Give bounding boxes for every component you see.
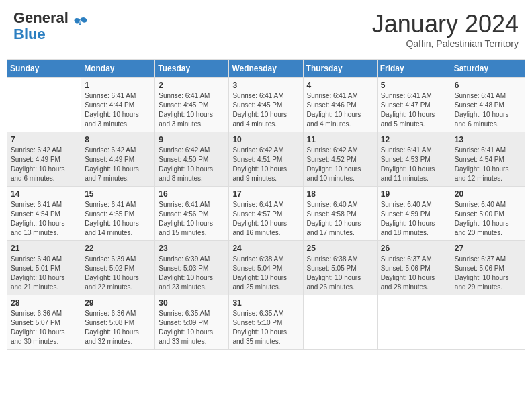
calendar-cell: 22Sunrise: 6:39 AMSunset: 5:02 PMDayligh… <box>81 241 155 295</box>
day-info: Sunrise: 6:41 AMSunset: 4:54 PMDaylight:… <box>11 200 77 238</box>
header-row: SundayMondayTuesdayWednesdayThursdayFrid… <box>7 60 525 78</box>
week-row-1: 1Sunrise: 6:41 AMSunset: 4:44 PMDaylight… <box>7 78 525 132</box>
day-number: 12 <box>381 135 447 144</box>
column-header-saturday: Saturday <box>451 60 525 78</box>
calendar-cell <box>377 295 451 350</box>
calendar-cell: 11Sunrise: 6:42 AMSunset: 4:52 PMDayligh… <box>303 132 377 187</box>
day-number: 20 <box>455 189 521 199</box>
calendar-cell: 1Sunrise: 6:41 AMSunset: 4:44 PMDaylight… <box>81 78 155 132</box>
day-info: Sunrise: 6:42 AMSunset: 4:52 PMDaylight:… <box>307 146 373 183</box>
day-info: Sunrise: 6:39 AMSunset: 5:03 PMDaylight:… <box>159 255 225 292</box>
calendar-cell: 25Sunrise: 6:38 AMSunset: 5:05 PMDayligh… <box>303 241 377 295</box>
column-header-monday: Monday <box>81 60 155 78</box>
calendar-cell: 23Sunrise: 6:39 AMSunset: 5:03 PMDayligh… <box>155 241 229 295</box>
calendar-cell: 13Sunrise: 6:41 AMSunset: 4:54 PMDayligh… <box>451 132 525 187</box>
calendar-cell: 30Sunrise: 6:35 AMSunset: 5:09 PMDayligh… <box>155 295 229 350</box>
header: General Blue January 2024 Qaffin, Palest… <box>7 7 525 52</box>
calendar-cell: 5Sunrise: 6:41 AMSunset: 4:47 PMDaylight… <box>377 78 451 132</box>
day-info: Sunrise: 6:40 AMSunset: 5:00 PMDaylight:… <box>455 200 521 238</box>
day-info: Sunrise: 6:35 AMSunset: 5:09 PMDaylight:… <box>159 309 225 347</box>
day-number: 15 <box>85 189 151 199</box>
day-info: Sunrise: 6:40 AMSunset: 4:58 PMDaylight:… <box>307 200 373 238</box>
calendar-cell: 26Sunrise: 6:37 AMSunset: 5:06 PMDayligh… <box>377 241 451 295</box>
week-row-3: 14Sunrise: 6:41 AMSunset: 4:54 PMDayligh… <box>7 187 525 241</box>
day-info: Sunrise: 6:42 AMSunset: 4:50 PMDaylight:… <box>159 146 225 183</box>
day-number: 22 <box>85 244 151 253</box>
day-number: 24 <box>232 244 299 253</box>
day-info: Sunrise: 6:40 AMSunset: 5:01 PMDaylight:… <box>11 255 77 292</box>
day-number: 26 <box>381 244 447 253</box>
day-info: Sunrise: 6:38 AMSunset: 5:04 PMDaylight:… <box>232 255 299 292</box>
calendar-cell <box>451 295 525 350</box>
day-info: Sunrise: 6:42 AMSunset: 4:49 PMDaylight:… <box>85 146 151 183</box>
logo: General Blue <box>13 10 89 42</box>
day-number: 31 <box>232 298 299 308</box>
column-header-sunday: Sunday <box>7 60 81 78</box>
month-title: January 2024 <box>372 10 519 38</box>
calendar-table: SundayMondayTuesdayWednesdayThursdayFrid… <box>7 59 525 350</box>
day-number: 23 <box>159 244 225 253</box>
day-info: Sunrise: 6:41 AMSunset: 4:44 PMDaylight:… <box>85 91 151 129</box>
day-number: 3 <box>232 81 299 90</box>
column-header-wednesday: Wednesday <box>229 60 303 78</box>
day-info: Sunrise: 6:41 AMSunset: 4:46 PMDaylight:… <box>307 91 373 129</box>
day-info: Sunrise: 6:37 AMSunset: 5:06 PMDaylight:… <box>381 255 447 292</box>
calendar-body: 1Sunrise: 6:41 AMSunset: 4:44 PMDaylight… <box>7 78 525 350</box>
day-number: 30 <box>159 298 225 308</box>
column-header-friday: Friday <box>377 60 451 78</box>
day-number: 28 <box>11 298 77 308</box>
week-row-2: 7Sunrise: 6:42 AMSunset: 4:49 PMDaylight… <box>7 132 525 187</box>
subtitle: Qaffin, Palestinian Territory <box>372 38 519 49</box>
calendar-cell: 4Sunrise: 6:41 AMSunset: 4:46 PMDaylight… <box>303 78 377 132</box>
calendar-cell: 12Sunrise: 6:41 AMSunset: 4:53 PMDayligh… <box>377 132 451 187</box>
calendar-cell: 14Sunrise: 6:41 AMSunset: 4:54 PMDayligh… <box>7 187 81 241</box>
day-number: 1 <box>85 81 151 90</box>
logo-bird-icon <box>71 15 89 34</box>
calendar-cell: 20Sunrise: 6:40 AMSunset: 5:00 PMDayligh… <box>451 187 525 241</box>
day-info: Sunrise: 6:35 AMSunset: 5:10 PMDaylight:… <box>232 309 299 347</box>
day-info: Sunrise: 6:36 AMSunset: 5:07 PMDaylight:… <box>11 309 77 347</box>
day-number: 16 <box>159 189 225 199</box>
week-row-4: 21Sunrise: 6:40 AMSunset: 5:01 PMDayligh… <box>7 241 525 295</box>
calendar-cell: 15Sunrise: 6:41 AMSunset: 4:55 PMDayligh… <box>81 187 155 241</box>
day-number: 27 <box>455 244 521 253</box>
day-info: Sunrise: 6:41 AMSunset: 4:47 PMDaylight:… <box>381 91 447 129</box>
day-number: 14 <box>11 189 77 199</box>
day-number: 7 <box>11 135 77 144</box>
calendar-cell: 3Sunrise: 6:41 AMSunset: 4:45 PMDaylight… <box>229 78 303 132</box>
day-info: Sunrise: 6:40 AMSunset: 4:59 PMDaylight:… <box>381 200 447 238</box>
day-info: Sunrise: 6:41 AMSunset: 4:48 PMDaylight:… <box>455 91 521 129</box>
calendar-cell: 10Sunrise: 6:42 AMSunset: 4:51 PMDayligh… <box>229 132 303 187</box>
day-number: 2 <box>159 81 225 90</box>
column-header-thursday: Thursday <box>303 60 377 78</box>
day-info: Sunrise: 6:41 AMSunset: 4:53 PMDaylight:… <box>381 146 447 183</box>
week-row-5: 28Sunrise: 6:36 AMSunset: 5:07 PMDayligh… <box>7 295 525 350</box>
day-number: 18 <box>307 189 373 199</box>
day-info: Sunrise: 6:42 AMSunset: 4:49 PMDaylight:… <box>11 146 77 183</box>
calendar-cell: 2Sunrise: 6:41 AMSunset: 4:45 PMDaylight… <box>155 78 229 132</box>
calendar-cell: 16Sunrise: 6:41 AMSunset: 4:56 PMDayligh… <box>155 187 229 241</box>
column-header-tuesday: Tuesday <box>155 60 229 78</box>
calendar-cell: 31Sunrise: 6:35 AMSunset: 5:10 PMDayligh… <box>229 295 303 350</box>
calendar-cell: 29Sunrise: 6:36 AMSunset: 5:08 PMDayligh… <box>81 295 155 350</box>
calendar-cell: 28Sunrise: 6:36 AMSunset: 5:07 PMDayligh… <box>7 295 81 350</box>
day-info: Sunrise: 6:37 AMSunset: 5:06 PMDaylight:… <box>455 255 521 292</box>
calendar-cell: 24Sunrise: 6:38 AMSunset: 5:04 PMDayligh… <box>229 241 303 295</box>
logo-blue: Blue <box>13 26 69 42</box>
day-number: 29 <box>85 298 151 308</box>
calendar-cell <box>303 295 377 350</box>
calendar-cell: 21Sunrise: 6:40 AMSunset: 5:01 PMDayligh… <box>7 241 81 295</box>
calendar-cell: 19Sunrise: 6:40 AMSunset: 4:59 PMDayligh… <box>377 187 451 241</box>
day-number: 25 <box>307 244 373 253</box>
day-info: Sunrise: 6:41 AMSunset: 4:55 PMDaylight:… <box>85 200 151 238</box>
day-number: 13 <box>455 135 521 144</box>
day-number: 5 <box>381 81 447 90</box>
day-info: Sunrise: 6:41 AMSunset: 4:57 PMDaylight:… <box>232 200 299 238</box>
day-info: Sunrise: 6:39 AMSunset: 5:02 PMDaylight:… <box>85 255 151 292</box>
day-info: Sunrise: 6:41 AMSunset: 4:54 PMDaylight:… <box>455 146 521 183</box>
day-number: 19 <box>381 189 447 199</box>
calendar-cell: 6Sunrise: 6:41 AMSunset: 4:48 PMDaylight… <box>451 78 525 132</box>
calendar-cell: 27Sunrise: 6:37 AMSunset: 5:06 PMDayligh… <box>451 241 525 295</box>
calendar-cell: 7Sunrise: 6:42 AMSunset: 4:49 PMDaylight… <box>7 132 81 187</box>
day-info: Sunrise: 6:36 AMSunset: 5:08 PMDaylight:… <box>85 309 151 347</box>
